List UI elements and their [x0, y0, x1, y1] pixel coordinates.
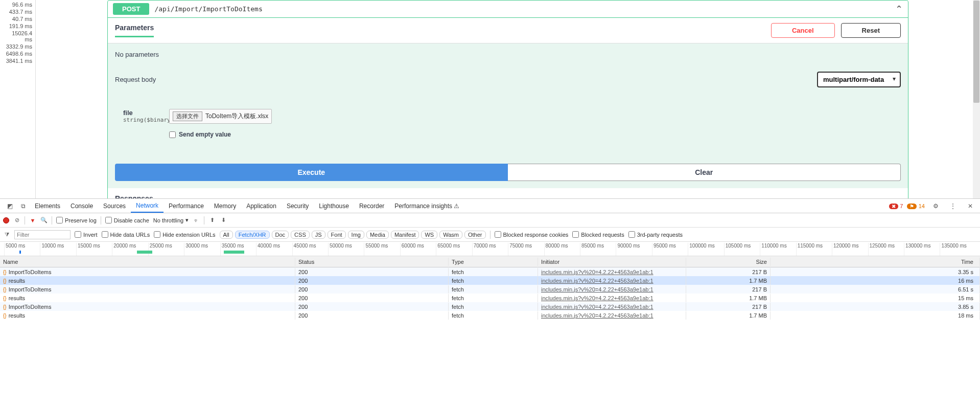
timeline-tick: 135000 ms: [940, 243, 975, 256]
initiator-link[interactable]: includes.min.js?v%20=4.2.22+4563a9e1ab:1: [541, 286, 654, 292]
devtools-tab-console[interactable]: Console: [65, 199, 98, 213]
execute-button[interactable]: Execute: [115, 164, 508, 181]
upload-icon[interactable]: ⬆: [208, 217, 216, 223]
device-icon[interactable]: ⧉: [19, 202, 27, 210]
download-icon[interactable]: ⬇: [220, 217, 227, 223]
clear-icon[interactable]: ⊘: [13, 217, 20, 223]
timing-value: 3841.1 ms: [0, 57, 35, 64]
initiator-link[interactable]: includes.min.js?v%20=4.2.22+4563a9e1ab:1: [541, 278, 654, 284]
timeline-tick: 10000 ms: [40, 243, 76, 256]
gear-icon[interactable]: ⚙: [931, 202, 940, 210]
network-row[interactable]: {}ImportToDoItems200fetchincludes.min.js…: [0, 285, 980, 294]
endpoint-path: /api/Import/ImportToDoItems: [154, 5, 895, 13]
chevron-up-icon[interactable]: ⌃: [895, 4, 903, 15]
endpoint-header[interactable]: POST /api/Import/ImportToDoItems ⌃: [108, 1, 908, 18]
close-icon[interactable]: ✕: [966, 202, 974, 210]
initiator-link[interactable]: includes.min.js?v%20=4.2.22+4563a9e1ab:1: [541, 304, 654, 310]
devtools-tab-memory[interactable]: Memory: [209, 199, 241, 213]
devtools-tab-lighthouse[interactable]: Lighthouse: [314, 199, 354, 213]
timeline-tick: 120000 ms: [832, 243, 868, 256]
network-row[interactable]: {}results200fetchincludes.min.js?v%20=4.…: [0, 311, 980, 320]
timeline-tick: 95000 ms: [652, 243, 688, 256]
devtools-tab-recorder[interactable]: Recorder: [354, 199, 389, 213]
timing-value: 96.6 ms: [0, 1, 35, 8]
network-row[interactable]: {}results200fetchincludes.min.js?v%20=4.…: [0, 276, 980, 285]
timeline-tick: 115000 ms: [796, 243, 832, 256]
cancel-button[interactable]: Cancel: [771, 23, 835, 38]
choose-file-button[interactable]: 选择文件: [173, 111, 202, 121]
param-name: file: [123, 109, 169, 117]
send-empty-input[interactable]: [169, 131, 176, 138]
page-scrollbar[interactable]: [973, 0, 980, 198]
timeline-tick: 50000 ms: [328, 243, 364, 256]
filter-type-other[interactable]: Other: [464, 231, 486, 239]
third-party-checkbox[interactable]: 3rd-party requests: [628, 231, 683, 238]
devtools-tab-performance-insights[interactable]: Performance insights ⚠: [389, 199, 464, 213]
filter-type-fetch-xhr[interactable]: Fetch/XHR: [235, 231, 270, 239]
devtools-tab-security[interactable]: Security: [282, 199, 314, 213]
initiator-link[interactable]: includes.min.js?v%20=4.2.22+4563a9e1ab:1: [541, 295, 654, 301]
file-input[interactable]: 选择文件 ToDoItem导入模板.xlsx: [169, 109, 272, 124]
timing-value: 15026.4 ms: [0, 30, 35, 43]
timeline-tick: 65000 ms: [436, 243, 472, 256]
blocked-cookies-checkbox[interactable]: Blocked response cookies: [495, 231, 569, 238]
filter-type-css[interactable]: CSS: [291, 231, 310, 239]
initiator-link[interactable]: includes.min.js?v%20=4.2.22+4563a9e1ab:1: [541, 312, 654, 319]
initiator-link[interactable]: includes.min.js?v%20=4.2.22+4563a9e1ab:1: [541, 269, 654, 275]
timeline-tick: 35000 ms: [220, 243, 256, 256]
blocked-requests-checkbox[interactable]: Blocked requests: [572, 231, 624, 238]
warning-badge-icon[interactable]: ⚑: [907, 204, 917, 209]
devtools-tab-network[interactable]: Network: [131, 199, 164, 213]
devtools-tabs: ◩ ⧉ ElementsConsoleSourcesNetworkPerform…: [0, 199, 980, 213]
swagger-panel: POST /api/Import/ImportToDoItems ⌃ Param…: [36, 0, 980, 198]
devtools-tab-performance[interactable]: Performance: [164, 199, 209, 213]
send-empty-checkbox[interactable]: Send empty value: [169, 131, 272, 138]
filter-type-manifest[interactable]: Manifest: [391, 231, 419, 239]
filter-type-font[interactable]: Font: [328, 231, 346, 239]
network-row[interactable]: {}ImportToDoItems200fetchincludes.min.js…: [0, 302, 980, 311]
disable-cache-checkbox[interactable]: Disable cache: [105, 217, 149, 223]
warning-count: 14: [919, 203, 925, 209]
clear-button[interactable]: Clear: [508, 164, 901, 181]
filter-type-js[interactable]: JS: [312, 231, 325, 239]
throttling-select[interactable]: No throttling ▾: [153, 217, 189, 223]
inspect-icon[interactable]: ◩: [6, 202, 14, 210]
network-row[interactable]: {}results200fetchincludes.min.js?v%20=4.…: [0, 294, 980, 302]
tab-parameters[interactable]: Parameters: [115, 24, 154, 37]
hide-extension-urls-checkbox[interactable]: Hide extension URLs: [154, 231, 215, 238]
timing-column: 96.6 ms433.7 ms40.7 ms191.9 ms15026.4 ms…: [0, 0, 36, 198]
filter-type-media[interactable]: Media: [366, 231, 389, 239]
filter-type-all[interactable]: All: [220, 231, 233, 239]
preserve-log-checkbox[interactable]: Preserve log: [56, 217, 97, 223]
reset-button[interactable]: Reset: [841, 23, 901, 38]
search-icon[interactable]: 🔍: [40, 217, 48, 223]
filter-type-doc[interactable]: Doc: [272, 231, 289, 239]
wifi-icon[interactable]: ᯤ: [193, 217, 200, 223]
devtools-panel: ◩ ⧉ ElementsConsoleSourcesNetworkPerform…: [0, 198, 980, 405]
timing-value: 3332.9 ms: [0, 43, 35, 50]
timeline-tick: 80000 ms: [544, 243, 580, 256]
filter-type-ws[interactable]: WS: [421, 231, 437, 239]
error-badge-icon[interactable]: ✖: [889, 204, 898, 209]
timing-value: 6498.6 ms: [0, 50, 35, 57]
record-icon[interactable]: [3, 217, 9, 223]
hide-data-urls-checkbox[interactable]: Hide data URLs: [102, 231, 150, 238]
filter-type-img[interactable]: Img: [348, 231, 364, 239]
timeline-tick: 100000 ms: [688, 243, 724, 256]
network-table-header[interactable]: Name Status Type Initiator Size Time: [0, 256, 980, 267]
filter-type-wasm[interactable]: Wasm: [439, 231, 462, 239]
timeline-tick: 125000 ms: [868, 243, 904, 256]
devtools-tab-elements[interactable]: Elements: [30, 199, 65, 213]
request-icon: {}: [3, 269, 7, 275]
invert-checkbox[interactable]: Invert: [75, 231, 98, 238]
filter-toggle-icon[interactable]: ▼: [29, 217, 36, 223]
network-timeline[interactable]: 5000 ms10000 ms15000 ms20000 ms25000 ms3…: [0, 242, 980, 256]
devtools-tab-sources[interactable]: Sources: [98, 199, 131, 213]
network-row[interactable]: {}ImportToDoItems200fetchincludes.min.js…: [0, 267, 980, 276]
more-icon[interactable]: ⋮: [949, 202, 957, 210]
content-type-select[interactable]: multipart/form-data: [817, 72, 901, 87]
timeline-tick: 55000 ms: [364, 243, 400, 256]
timeline-tick: 85000 ms: [580, 243, 616, 256]
devtools-tab-application[interactable]: Application: [241, 199, 282, 213]
filter-input[interactable]: [14, 230, 71, 239]
